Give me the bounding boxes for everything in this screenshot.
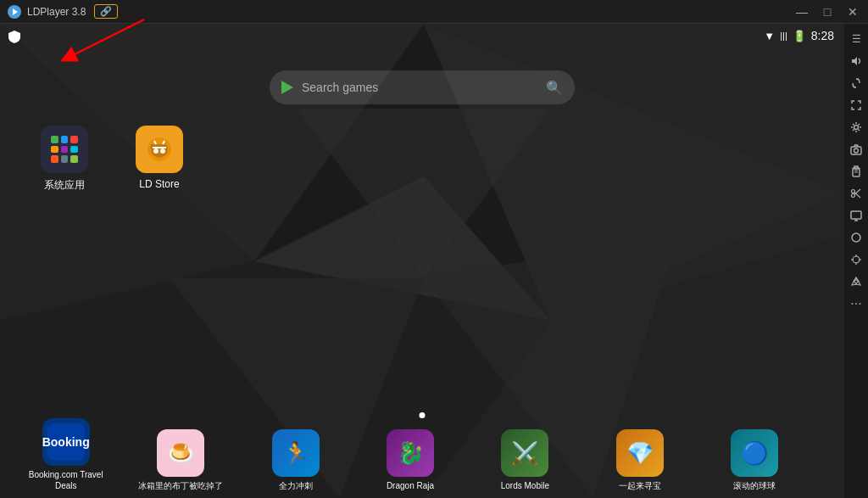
search-bar[interactable]: Search games 🔍 xyxy=(270,70,575,104)
ice-cream-label: 冰箱里的布丁被吃掉了 xyxy=(138,480,223,491)
sidebar-clipboard-button[interactable] xyxy=(846,161,866,182)
emulator-screen: ▼ ||| 🔋 8:28 Search games 🔍 xyxy=(0,24,844,498)
sidebar-volume-button[interactable] xyxy=(846,51,866,71)
bottom-apps-row: Booking Booking.com Travel Deals 🍮 冰箱里的布… xyxy=(0,418,821,491)
desktop-icons: 系统应用 LD Store xyxy=(34,126,190,193)
dragon-raja-label: Dragon Raja xyxy=(387,480,434,491)
svg-point-20 xyxy=(854,126,859,130)
sidebar-circle-button[interactable] xyxy=(846,227,866,248)
play-store-icon xyxy=(281,81,293,94)
shield-icon xyxy=(7,29,22,48)
lords-mobile-label: Lords Mobile xyxy=(501,480,549,491)
sidebar-recycle-button[interactable] xyxy=(846,271,866,292)
svg-point-27 xyxy=(852,194,855,198)
sprint-app[interactable]: 🏃 全力冲刺 xyxy=(249,429,342,491)
sidebar-target-button[interactable] xyxy=(846,249,866,270)
sidebar-menu-button[interactable]: ☰ xyxy=(846,29,866,49)
search-placeholder: Search games xyxy=(302,81,537,94)
status-bar: ▼ ||| 🔋 8:28 xyxy=(0,24,844,48)
system-apps-icon[interactable]: 系统应用 xyxy=(34,126,95,193)
sidebar-display-button[interactable] xyxy=(846,205,866,226)
titlebar-link-button[interactable]: 🔗 xyxy=(94,4,118,19)
svg-point-26 xyxy=(852,190,855,193)
titlebar-controls: — □ ✕ xyxy=(790,3,868,21)
sidebar-rotate-button[interactable] xyxy=(846,73,866,93)
ld-store-label: LD Store xyxy=(139,178,179,190)
titlebar-title: LDPlayer 3.8 xyxy=(27,6,86,18)
treasure-hunt-label: 一起来寻宝 xyxy=(619,480,661,491)
sidebar-camera-button[interactable] xyxy=(846,139,866,159)
titlebar-left: LDPlayer 3.8 🔗 xyxy=(0,4,118,20)
svg-point-16 xyxy=(153,148,159,154)
svg-rect-30 xyxy=(851,211,861,219)
ld-store-icon[interactable]: LD Store xyxy=(129,126,190,193)
rolling-ball-label: 滚动的球球 xyxy=(733,480,776,491)
dragon-raja-app[interactable]: 🐉 Dragon Raja xyxy=(364,429,457,491)
sprint-label: 全力冲刺 xyxy=(279,480,313,491)
maximize-button[interactable]: □ xyxy=(815,3,839,21)
svg-point-34 xyxy=(853,256,860,263)
svg-point-17 xyxy=(160,148,165,154)
svg-point-33 xyxy=(852,233,860,242)
battery-icon: 🔋 xyxy=(793,30,806,42)
wifi-icon: ▼ xyxy=(764,30,775,42)
right-sidebar: ☰ ··· xyxy=(844,24,868,498)
system-apps-label: 系统应用 xyxy=(44,178,85,193)
search-icon: 🔍 xyxy=(546,80,563,96)
treasure-hunt-app[interactable]: 💎 一起来寻宝 xyxy=(593,429,687,491)
svg-line-29 xyxy=(854,189,860,194)
sidebar-settings-button[interactable] xyxy=(846,117,866,137)
ice-cream-app[interactable]: 🍮 冰箱里的布丁被吃掉了 xyxy=(134,429,227,491)
rolling-ball-app[interactable]: 🔵 滚动的球球 xyxy=(708,429,801,491)
titlebar: LDPlayer 3.8 🔗 — □ ✕ xyxy=(0,0,868,24)
booking-com-label: Booking.com Travel Deals xyxy=(19,469,113,491)
sidebar-more-button[interactable]: ··· xyxy=(846,294,866,314)
svg-point-22 xyxy=(854,148,859,153)
sidebar-scissors-button[interactable] xyxy=(846,183,866,204)
signal-icon: ||| xyxy=(780,31,787,41)
sidebar-fullscreen-button[interactable] xyxy=(846,95,866,115)
lords-mobile-app[interactable]: ⚔️ Lords Mobile xyxy=(478,429,571,491)
status-time: 8:28 xyxy=(811,29,834,42)
minimize-button[interactable]: — xyxy=(790,3,814,21)
booking-com-app[interactable]: Booking Booking.com Travel Deals xyxy=(19,418,113,491)
close-button[interactable]: ✕ xyxy=(841,3,865,21)
ldplayer-logo xyxy=(7,4,22,20)
